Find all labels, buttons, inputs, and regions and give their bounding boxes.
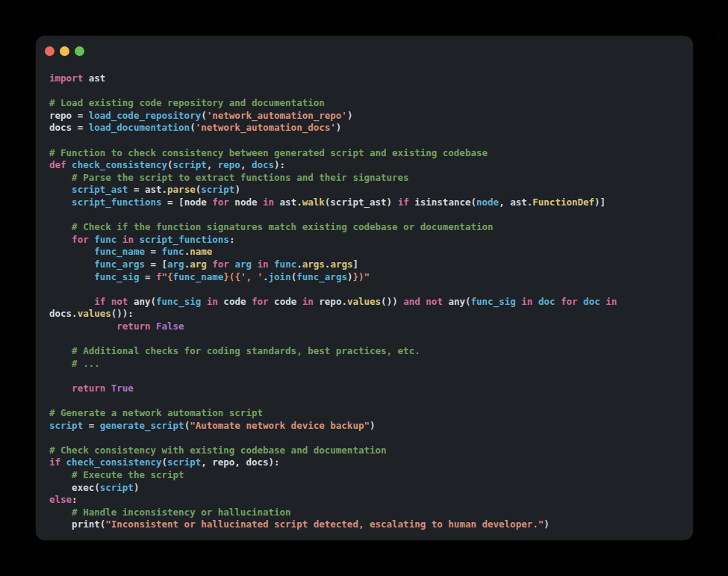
code-line — [49, 209, 687, 222]
code-line: return False — [49, 320, 687, 333]
code-line: # Generate a network automation script — [49, 407, 687, 420]
code-line: script_functions = [node for node in ast… — [49, 196, 687, 209]
code-line: # Additional checks for coding standards… — [49, 345, 687, 358]
zoom-button[interactable] — [75, 46, 84, 56]
code-editor: import ast# Load existing code repositor… — [49, 72, 687, 534]
code-line: # Load existing code repository and docu… — [49, 97, 687, 110]
code-line — [49, 394, 687, 407]
code-line — [49, 85, 687, 98]
code-line: docs.values()): — [49, 308, 687, 320]
code-line: # Execute the script — [49, 469, 687, 482]
code-line: def check_consistency(script, repo, docs… — [49, 159, 687, 172]
minimize-button[interactable] — [60, 46, 69, 56]
code-line: # Check if the function signatures match… — [49, 221, 687, 234]
code-line: func_name = func.name — [49, 246, 687, 258]
code-line: func_sig = f"{func_name}({', '.join(func… — [49, 271, 687, 284]
code-line: return True — [49, 383, 687, 395]
code-line: # Parse the script to extract functions … — [49, 172, 687, 185]
code-line — [49, 432, 687, 445]
code-line: # Check consistency with existing codeba… — [49, 445, 687, 457]
code-line: exec(script) — [49, 482, 687, 495]
code-window: import ast# Load existing code repositor… — [36, 36, 693, 540]
code-line: import ast — [49, 72, 687, 85]
code-line — [49, 134, 687, 147]
code-line: docs = load_documentation('network_autom… — [49, 122, 687, 134]
window-titlebar — [45, 46, 84, 56]
code-line: func_args = [arg.arg for arg in func.arg… — [49, 258, 687, 271]
code-line: # Function to check consistency between … — [49, 147, 687, 160]
code-line: for func in script_functions: — [49, 234, 687, 247]
code-line — [49, 370, 687, 383]
code-line: print("Inconsistent or hallucinated scri… — [49, 518, 687, 531]
code-line: # Handle inconsistency or hallucination — [49, 507, 687, 519]
code-line — [49, 332, 687, 345]
code-line: repo = load_code_repository('network_aut… — [49, 110, 687, 123]
code-line: if check_consistency(script, repo, docs)… — [49, 456, 687, 469]
close-button[interactable] — [45, 46, 55, 56]
code-line: script = generate_script("Automate netwo… — [49, 420, 687, 433]
code-line: script_ast = ast.parse(script) — [49, 184, 687, 196]
code-line: # ... — [49, 358, 687, 371]
code-line: if not any(func_sig in code for code in … — [49, 296, 687, 309]
code-line: else: — [49, 494, 687, 507]
code-line — [49, 283, 687, 296]
